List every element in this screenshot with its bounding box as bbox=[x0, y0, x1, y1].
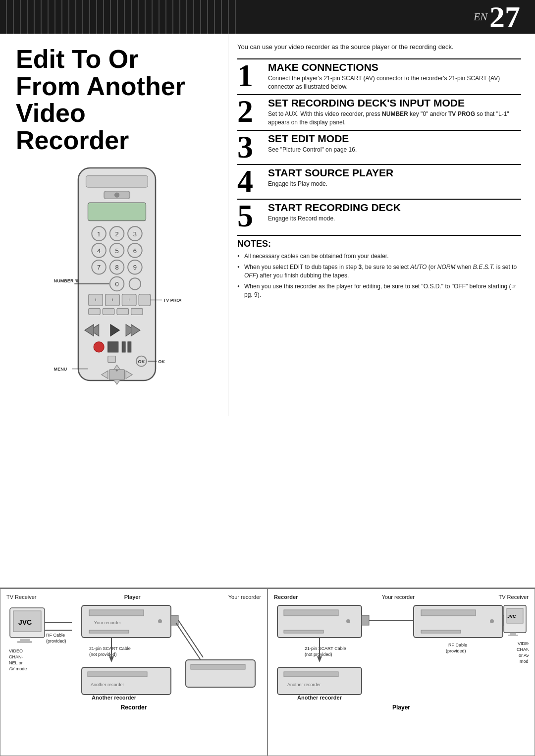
diagram-right-label-yourrecorder: Your recorder bbox=[382, 594, 415, 600]
svg-text:21-pin SCART Cable: 21-pin SCART Cable bbox=[89, 646, 131, 651]
svg-text:Another recorder: Another recorder bbox=[91, 682, 124, 687]
right-column: You can use your video recorder as the s… bbox=[228, 34, 535, 416]
svg-text:VIDEO: VIDEO bbox=[9, 648, 23, 653]
svg-rect-111 bbox=[421, 630, 461, 633]
note-item-3: When you use this recorder as the player… bbox=[237, 282, 521, 299]
svg-rect-48 bbox=[122, 342, 125, 352]
svg-text:OK: OK bbox=[138, 359, 145, 364]
svg-text:or AV: or AV bbox=[519, 653, 529, 658]
svg-rect-4 bbox=[88, 203, 146, 221]
svg-text:+: + bbox=[110, 297, 114, 303]
step-desc-3: See "Picture Control" on page 16. bbox=[268, 146, 521, 154]
step-content-4: START SOURCE PLAYEREngage its Play mode. bbox=[268, 167, 521, 188]
svg-point-46 bbox=[94, 342, 104, 352]
svg-rect-89 bbox=[88, 672, 147, 677]
svg-text:6: 6 bbox=[133, 247, 137, 255]
diagram-left: TV Receiver Player Your recorder JVC VID… bbox=[0, 589, 268, 756]
svg-rect-88 bbox=[82, 667, 171, 695]
svg-text:(provided): (provided) bbox=[446, 648, 466, 653]
svg-rect-80 bbox=[89, 630, 129, 633]
svg-text:VIDEO: VIDEO bbox=[518, 641, 529, 646]
step-title-1: MAKE CONNECTIONS bbox=[268, 61, 521, 73]
svg-text:NEL or: NEL or bbox=[9, 660, 23, 665]
svg-text:Your recorder: Your recorder bbox=[94, 620, 121, 625]
page-title: Edit To Or From Another Video Recorder bbox=[16, 46, 218, 154]
svg-rect-93 bbox=[191, 664, 245, 669]
header-stripe bbox=[0, 0, 238, 34]
step-number-4: 4 bbox=[237, 167, 263, 196]
svg-rect-38 bbox=[103, 309, 114, 315]
notes-section: NOTES: All necessary cables can be obtai… bbox=[237, 235, 521, 299]
svg-rect-97 bbox=[284, 630, 323, 633]
svg-point-110 bbox=[490, 619, 494, 623]
svg-rect-37 bbox=[89, 309, 100, 315]
page-number: 27 bbox=[489, 1, 520, 32]
diagram-right-bottom-label: Player bbox=[392, 704, 410, 711]
svg-text:(provided): (provided) bbox=[46, 639, 66, 644]
svg-text:4: 4 bbox=[97, 247, 101, 255]
step-number-1: 1 bbox=[237, 61, 263, 90]
intro-text: You can use your video recorder as the s… bbox=[237, 43, 521, 52]
step-title-2: SET RECORDING DECK'S INPUT MODE bbox=[268, 97, 521, 108]
svg-text:Another recorder: Another recorder bbox=[297, 695, 342, 701]
notes-list: All necessary cables can be obtained fro… bbox=[237, 252, 521, 299]
svg-text:5: 5 bbox=[115, 247, 118, 255]
left-column: Edit To Or From Another Video Recorder 1 bbox=[0, 34, 228, 416]
note-item-2: When you select EDIT to dub tapes in ste… bbox=[237, 263, 521, 280]
svg-text:Another recorder: Another recorder bbox=[92, 695, 137, 701]
svg-text:CHANNEL: CHANNEL bbox=[517, 647, 529, 652]
step-1: 1MAKE CONNECTIONSConnect the player's 21… bbox=[237, 58, 521, 91]
svg-text:8: 8 bbox=[115, 264, 118, 271]
header-bar: EN 27 bbox=[0, 0, 535, 34]
svg-point-25 bbox=[129, 278, 141, 290]
diagram-section: TV Receiver Player Your recorder JVC VID… bbox=[0, 588, 535, 756]
svg-text:+: + bbox=[94, 297, 98, 303]
svg-rect-81 bbox=[171, 615, 178, 625]
svg-text:1: 1 bbox=[97, 230, 101, 238]
svg-rect-50 bbox=[108, 356, 116, 363]
svg-rect-92 bbox=[186, 660, 255, 687]
step-number-2: 2 bbox=[237, 97, 263, 126]
svg-point-79 bbox=[158, 619, 162, 623]
svg-rect-125 bbox=[508, 635, 518, 636]
svg-text:CHAN-: CHAN- bbox=[9, 654, 23, 659]
svg-text:3: 3 bbox=[133, 230, 137, 238]
svg-rect-95 bbox=[284, 610, 338, 616]
diagram-right-label-recorder: Recorder bbox=[274, 594, 298, 600]
svg-rect-105 bbox=[277, 667, 362, 695]
diagram-left-label-tv: TV Receiver bbox=[6, 594, 37, 600]
svg-text:TV PROG: TV PROG bbox=[163, 298, 181, 303]
diagram-right: Recorder Your recorder TV Receiver 21-pi… bbox=[268, 589, 535, 756]
svg-line-82 bbox=[178, 620, 203, 657]
svg-text:RF Cable: RF Cable bbox=[46, 633, 65, 638]
step-desc-5: Engage its Record mode. bbox=[268, 215, 521, 223]
svg-text:RF Cable: RF Cable bbox=[448, 643, 467, 648]
svg-marker-87 bbox=[109, 656, 114, 662]
step-desc-4: Engage its Play mode. bbox=[268, 180, 521, 188]
svg-text:+: + bbox=[115, 368, 118, 373]
step-2: 2SET RECORDING DECK'S INPUT MODESet to A… bbox=[237, 94, 521, 127]
svg-point-96 bbox=[346, 619, 350, 623]
svg-text:MENU: MENU bbox=[54, 367, 67, 372]
svg-text:Another recorder: Another recorder bbox=[287, 682, 321, 687]
diagram-left-label-player: Player bbox=[124, 594, 141, 600]
svg-marker-103 bbox=[317, 656, 322, 662]
svg-rect-106 bbox=[284, 672, 338, 677]
note-item-1: All necessary cables can be obtained fro… bbox=[237, 252, 521, 261]
svg-rect-34 bbox=[139, 294, 150, 306]
step-content-2: SET RECORDING DECK'S INPUT MODESet to AU… bbox=[268, 97, 521, 127]
svg-text:(not provided): (not provided) bbox=[305, 652, 332, 657]
svg-rect-98 bbox=[362, 615, 369, 625]
svg-rect-49 bbox=[128, 342, 131, 352]
step-desc-2: Set to AUX. With this video recorder, pr… bbox=[268, 110, 521, 127]
step-title-5: START RECORDING DECK bbox=[268, 202, 521, 213]
svg-rect-65 bbox=[20, 639, 30, 641]
en-label: EN bbox=[474, 10, 487, 23]
svg-rect-109 bbox=[421, 610, 476, 616]
diagram-left-label-recorder: Your recorder bbox=[228, 594, 261, 600]
diagram-left-top-labels: TV Receiver Player Your recorder bbox=[6, 594, 261, 600]
svg-rect-39 bbox=[117, 309, 128, 315]
svg-rect-47 bbox=[108, 342, 118, 352]
step-4: 4START SOURCE PLAYEREngage its Play mode… bbox=[237, 164, 521, 196]
diagram-left-bottom-label: Recorder bbox=[121, 704, 147, 711]
